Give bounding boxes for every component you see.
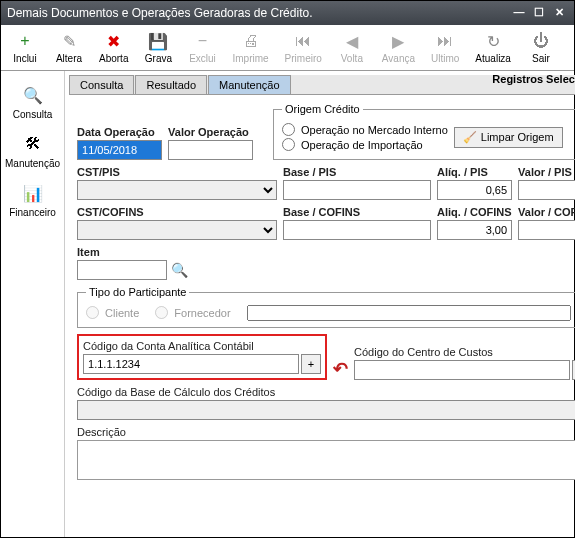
tab-resultado[interactable]: Resultado: [135, 75, 207, 94]
tab-manutenção[interactable]: Manutenção: [208, 75, 291, 94]
close-button[interactable]: ✕: [550, 5, 568, 21]
undo-icon[interactable]: ↶: [333, 358, 348, 380]
tool-label: Atualiza: [475, 53, 511, 64]
maximize-button[interactable]: ☐: [530, 5, 548, 21]
origem-legend: Origem Crédito: [282, 103, 363, 115]
valor-pis-label: Valor / PIS: [518, 166, 575, 178]
cod-base-label: Código da Base de Cálculo dos Créditos: [77, 386, 575, 398]
base-pis-label: Base / PIS: [283, 166, 431, 178]
add-conta-button[interactable]: +: [301, 354, 321, 374]
origem-mercado-radio[interactable]: [282, 123, 295, 136]
tool-sair[interactable]: ⏻Sair: [519, 29, 563, 66]
tool-label: Ultimo: [431, 53, 459, 64]
cod-conta-input[interactable]: [83, 354, 299, 374]
sidebar-item-financeiro[interactable]: 📊Financeiro: [1, 175, 64, 224]
financeiro-icon: 📊: [21, 181, 45, 205]
tool-altera[interactable]: ✎Altera: [47, 29, 91, 66]
valor-cofins-input[interactable]: [518, 220, 575, 240]
limpar-origem-button[interactable]: 🧹 Limpar Origem: [454, 127, 563, 148]
valor-operacao-label: Valor Operação: [168, 126, 253, 138]
tab-consulta[interactable]: Consulta: [69, 75, 134, 94]
registros-label: Registros Selecionados: [492, 73, 575, 85]
item-label: Item: [77, 246, 207, 258]
origem-mercado-label: Operação no Mercado Interno: [301, 124, 448, 136]
manutenção-icon: 🛠: [21, 132, 45, 156]
cst-cofins-label: CST/COFINS: [77, 206, 277, 218]
tipo-participante-legend: Tipo do Participante: [86, 286, 189, 298]
item-input[interactable]: [77, 260, 167, 280]
aborta-icon: ✖: [104, 31, 124, 51]
aliq-pis-input[interactable]: [437, 180, 512, 200]
sair-icon: ⏻: [531, 31, 551, 51]
data-operacao-input[interactable]: [77, 140, 162, 160]
sidebar-item-consulta[interactable]: 🔍Consulta: [1, 77, 64, 126]
tool-label: Altera: [56, 53, 82, 64]
tool-label: Sair: [532, 53, 550, 64]
tool-exclui[interactable]: −Exclui: [180, 29, 224, 66]
search-icon[interactable]: 🔍: [171, 262, 188, 278]
tool-ultimo[interactable]: ⏭Ultimo: [423, 29, 467, 66]
tool-atualiza[interactable]: ↻Atualiza: [467, 29, 519, 66]
tool-label: Exclui: [189, 53, 216, 64]
ultimo-icon: ⏭: [435, 31, 455, 51]
cod-centro-input[interactable]: [354, 360, 570, 380]
cliente-radio: [86, 306, 99, 319]
aliq-cofins-label: Aliq. / COFINS: [437, 206, 512, 218]
exclui-icon: −: [192, 31, 212, 51]
cst-pis-select[interactable]: [77, 180, 277, 200]
tool-grava[interactable]: 💾Grava: [136, 29, 180, 66]
tool-imprime[interactable]: 🖨Imprime: [224, 29, 276, 66]
valor-cofins-label: Valor / COFINS: [518, 206, 575, 218]
broom-icon: 🧹: [463, 131, 477, 144]
cst-pis-label: CST/PIS: [77, 166, 277, 178]
valor-operacao-input[interactable]: [168, 140, 253, 160]
cliente-label: Cliente: [105, 307, 139, 319]
cod-centro-label: Código do Centro de Custos: [354, 346, 575, 358]
tool-label: Avança: [382, 53, 415, 64]
fornecedor-label: Fornecedor: [174, 307, 230, 319]
tool-label: Grava: [145, 53, 172, 64]
origem-import-radio[interactable]: [282, 138, 295, 151]
volta-icon: ◀: [342, 31, 362, 51]
origem-import-label: Operação de Importação: [301, 139, 423, 151]
inclui-icon: +: [15, 31, 35, 51]
descricao-label: Descrição: [77, 426, 575, 438]
tool-label: Inclui: [13, 53, 36, 64]
tool-primeiro[interactable]: ⏮Primeiro: [277, 29, 330, 66]
tool-volta[interactable]: ◀Volta: [330, 29, 374, 66]
descricao-area[interactable]: [77, 440, 575, 480]
sidebar-item-manutenção[interactable]: 🛠Manutenção: [1, 126, 64, 175]
tool-aborta[interactable]: ✖Aborta: [91, 29, 136, 66]
cod-base-select[interactable]: [77, 400, 575, 420]
aliq-pis-label: Alíq. / PIS: [437, 166, 512, 178]
atualiza-icon: ↻: [483, 31, 503, 51]
cod-conta-label: Código da Conta Analítica Contábil: [83, 340, 321, 352]
valor-pis-input[interactable]: [518, 180, 575, 200]
base-cofins-input[interactable]: [283, 220, 431, 240]
tool-inclui[interactable]: +Inclui: [3, 29, 47, 66]
sidebar: 🔍Consulta🛠Manutenção📊Financeiro: [1, 71, 65, 537]
fornecedor-radio: [155, 306, 168, 319]
tool-label: Aborta: [99, 53, 128, 64]
imprime-icon: 🖨: [241, 31, 261, 51]
consulta-icon: 🔍: [21, 83, 45, 107]
form-area: Data Operação Valor Operação Origem Créd…: [69, 95, 575, 533]
limpar-origem-label: Limpar Origem: [481, 131, 554, 143]
cst-cofins-select[interactable]: [77, 220, 277, 240]
data-operacao-label: Data Operação: [77, 126, 162, 138]
tool-avança[interactable]: ▶Avança: [374, 29, 423, 66]
avança-icon: ▶: [388, 31, 408, 51]
participante-input[interactable]: [247, 305, 571, 321]
altera-icon: ✎: [59, 31, 79, 51]
tool-label: Volta: [341, 53, 363, 64]
primeiro-icon: ⏮: [293, 31, 313, 51]
titlebar: Demais Documentos e Operações Geradoras …: [1, 1, 574, 25]
tool-label: Primeiro: [285, 53, 322, 64]
minimize-button[interactable]: —: [510, 5, 528, 21]
base-pis-input[interactable]: [283, 180, 431, 200]
sidebar-label: Consulta: [13, 109, 52, 120]
window-title: Demais Documentos e Operações Geradoras …: [7, 6, 510, 20]
sidebar-label: Manutenção: [5, 158, 60, 169]
grava-icon: 💾: [148, 31, 168, 51]
aliq-cofins-input[interactable]: [437, 220, 512, 240]
